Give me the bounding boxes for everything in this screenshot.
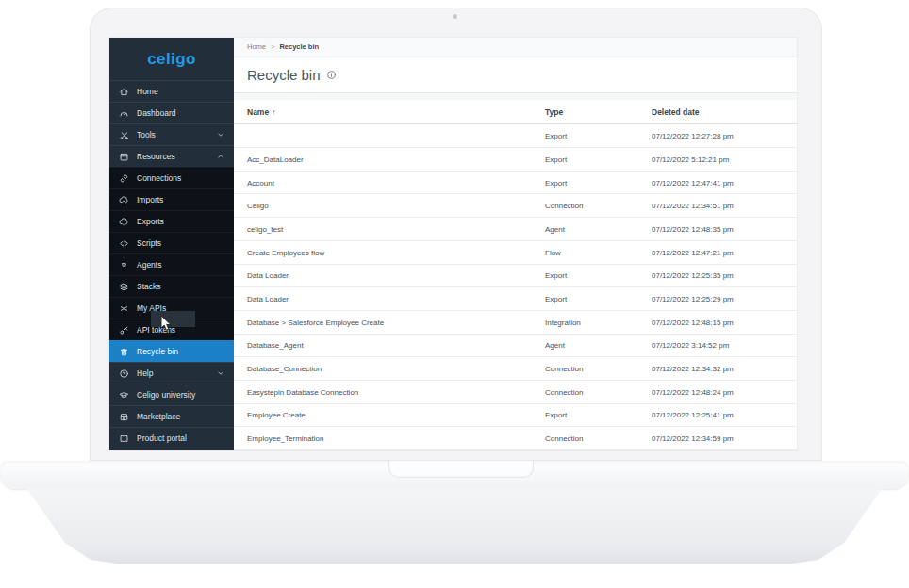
cell-type: Connection: [545, 434, 583, 443]
breadcrumb-separator-icon: >: [271, 42, 274, 51]
sidebar-item-agents[interactable]: Agents: [109, 253, 234, 275]
sidebar-item-celigo-university[interactable]: Celigo university: [109, 384, 234, 405]
cell-type: Export: [545, 271, 567, 280]
sidebar-item-scripts[interactable]: Scripts: [109, 232, 234, 253]
cell-type: Export: [545, 295, 567, 303]
sidebar-item-stacks[interactable]: Stacks: [109, 275, 234, 297]
main-content: Home>Recycle bin Recycle bin Name↑ Type …: [234, 38, 797, 450]
table-row[interactable]: Acc_DataLoader Export 07/12/2022 5:12:21…: [234, 148, 797, 172]
table-body: Export 07/12/2022 12:27:28 pm Acc_DataLo…: [234, 124, 797, 450]
breadcrumb-home[interactable]: Home: [247, 42, 266, 51]
table-row[interactable]: Database > Salesforce Employee Create In…: [234, 311, 797, 335]
cell-type: Connection: [545, 387, 583, 396]
cell-deleted-date: 07/12/2022 12:34:32 pm: [652, 365, 734, 373]
cell-type: Connection: [545, 202, 583, 210]
sidebar-item-resources[interactable]: Resources: [109, 145, 234, 167]
sidebar-item-label: Connections: [137, 173, 219, 183]
sidebar-item-dashboard[interactable]: Dashboard: [109, 102, 234, 123]
table-row[interactable]: celigo_test Agent 07/12/2022 12:48:35 pm: [234, 218, 797, 241]
laptop-base: [27, 489, 882, 564]
my-apis-icon: [119, 302, 130, 314]
table-row[interactable]: Employee_Termination Connection 07/12/20…: [234, 427, 797, 450]
cell-name: Acc_DataLoader: [247, 155, 304, 163]
sidebar-item-home[interactable]: Home: [109, 80, 234, 102]
sidebar-item-label: Dashboard: [137, 108, 219, 118]
cell-name: celigo_test: [247, 224, 283, 233]
table-row[interactable]: Easystepin Database Connection Connectio…: [234, 381, 797, 404]
chevron-up-icon: [216, 152, 225, 161]
cell-deleted-date: 07/12/2022 3:14:52 pm: [652, 341, 729, 350]
scripts-icon: [119, 237, 130, 249]
laptop-hinge-lip: [0, 461, 909, 489]
api-tokens-hover-highlight: [151, 311, 195, 327]
sidebar-item-connections[interactable]: Connections: [109, 167, 234, 188]
sidebar-nav: Home Dashboard Tools Resources Connectio…: [109, 80, 234, 449]
sidebar-item-label: Product portal: [137, 433, 219, 443]
sort-asc-icon: ↑: [272, 108, 275, 117]
sidebar-item-exports[interactable]: Exports: [109, 210, 234, 232]
sidebar-item-label: Exports: [137, 217, 219, 226]
api-tokens-icon: [119, 324, 130, 335]
sidebar: celigo Home Dashboard Tools Resources Co…: [109, 38, 234, 450]
table-top-gap: [234, 93, 797, 100]
sidebar-item-label: Tools: [137, 130, 209, 139]
resources-icon: [119, 151, 130, 162]
cell-name: Easystepin Database Connection: [247, 387, 358, 396]
cell-deleted-date: 07/12/2022 12:25:35 pm: [652, 271, 734, 280]
column-header-name[interactable]: Name↑: [247, 107, 275, 117]
cell-deleted-date: 07/12/2022 12:47:41 pm: [652, 178, 734, 187]
agents-icon: [119, 259, 130, 270]
marketplace-icon: [119, 411, 130, 422]
table-row[interactable]: Account Export 07/12/2022 12:47:41 pm: [234, 172, 797, 195]
sidebar-item-label: Help: [137, 368, 209, 378]
table-row[interactable]: Database_Connection Connection 07/12/202…: [234, 357, 797, 381]
cell-type: Export: [545, 178, 567, 187]
cell-name: Database > Salesforce Employee Create: [247, 318, 384, 326]
cell-name: Data Loader: [247, 271, 289, 280]
cell-deleted-date: 07/12/2022 12:48:15 pm: [652, 318, 734, 326]
sidebar-item-imports[interactable]: Imports: [109, 188, 234, 210]
table-row[interactable]: Data Loader Export 07/12/2022 12:25:29 p…: [234, 287, 797, 311]
sidebar-item-product-portal[interactable]: Product portal: [109, 427, 234, 449]
cell-name: Employee Create: [247, 411, 306, 419]
celigo-logo: celigo: [109, 38, 234, 80]
table-row[interactable]: Create Employees flow Flow 07/12/2022 12…: [234, 241, 797, 265]
cell-name: Celigo: [247, 202, 269, 210]
laptop-lid-notch: [388, 461, 534, 478]
tools-icon: [119, 129, 130, 140]
help-icon: [119, 368, 130, 379]
stacks-icon: [119, 281, 130, 292]
cell-deleted-date: 07/12/2022 12:25:41 pm: [652, 411, 734, 419]
cell-deleted-date: 07/12/2022 12:25:29 pm: [652, 295, 734, 303]
table-row[interactable]: Export 07/12/2022 12:27:28 pm: [234, 124, 797, 148]
breadcrumb: Home>Recycle bin: [234, 38, 797, 57]
sidebar-item-label: Resources: [137, 152, 209, 161]
laptop-lid: celigo Home Dashboard Tools Resources Co…: [90, 8, 822, 461]
table-row[interactable]: Data Loader Export 07/12/2022 12:25:35 p…: [234, 265, 797, 288]
exports-icon: [119, 216, 130, 227]
cell-name: Data Loader: [247, 295, 289, 303]
chevron-down-icon: [216, 368, 225, 378]
webcam-icon: [453, 14, 457, 19]
sidebar-item-label: Scripts: [137, 238, 219, 248]
connections-icon: [119, 172, 130, 184]
sidebar-item-tools[interactable]: Tools: [109, 123, 234, 145]
cell-name: Account: [247, 178, 274, 187]
cell-deleted-date: 07/12/2022 12:34:59 pm: [652, 434, 734, 443]
table-row[interactable]: Employee Create Export 07/12/2022 12:25:…: [234, 404, 797, 428]
cell-deleted-date: 07/12/2022 12:34:51 pm: [652, 202, 734, 210]
dashboard-icon: [119, 107, 130, 119]
sidebar-item-marketplace[interactable]: Marketplace: [109, 405, 234, 427]
cell-name: Database_Connection: [247, 365, 322, 373]
info-icon[interactable]: [326, 70, 337, 80]
sidebar-item-help[interactable]: Help: [109, 362, 234, 384]
column-header-type[interactable]: Type: [545, 107, 563, 117]
table-row[interactable]: Celigo Connection 07/12/2022 12:34:51 pm: [234, 194, 797, 218]
app-window: celigo Home Dashboard Tools Resources Co…: [109, 38, 797, 450]
table-row[interactable]: Database_Agent Agent 07/12/2022 3:14:52 …: [234, 335, 797, 358]
cell-type: Connection: [545, 365, 583, 373]
sidebar-item-label: Home: [137, 87, 219, 96]
column-header-deleted-date[interactable]: Deleted date: [652, 107, 700, 117]
sidebar-item-recycle-bin[interactable]: Recycle bin: [109, 340, 234, 362]
cell-name: Database_Agent: [247, 341, 304, 350]
